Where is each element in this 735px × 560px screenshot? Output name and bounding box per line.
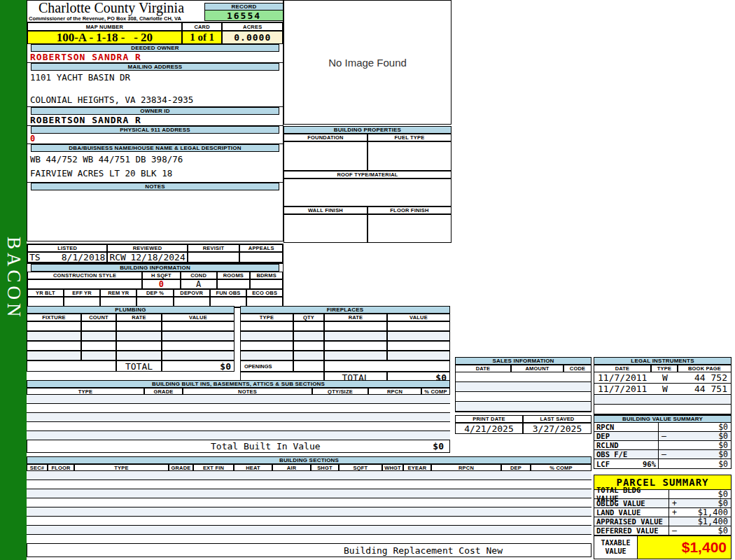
empty-cell: DEP xyxy=(594,432,659,440)
field: GRADE xyxy=(144,388,183,395)
empty-cell: $0 xyxy=(669,490,731,498)
empty-cell xyxy=(324,360,450,372)
roof-type-label: ROOF TYPE/MATERIAL xyxy=(284,171,451,178)
empty-cell xyxy=(293,321,324,331)
appeals-label: APPEALS xyxy=(239,244,283,252)
mailing-line2: COLONIAL HEIGHTS, VA 23834-2935 xyxy=(30,94,193,105)
field: CONSTRUCTION STYLE xyxy=(27,272,142,279)
field: VALUE xyxy=(162,314,234,321)
empty-cell xyxy=(293,360,324,372)
title-row: Charlotte County Virginia Commissioner o… xyxy=(27,1,283,22)
review-value-row: TS8/1/2018 RCW12/18/2024 xyxy=(27,252,283,262)
empty-cell xyxy=(455,382,592,392)
field: 12/18/2024 xyxy=(130,252,185,262)
empty-cell xyxy=(293,351,324,360)
reviewed-label: REVIEWED xyxy=(107,244,187,252)
last-saved-label: LAST SAVED xyxy=(523,415,592,423)
legal-description-block: WB 44/752 WB 44/751 DB 398/76 FAIRVIEW A… xyxy=(27,152,283,183)
taxable-value-amount: $1,400 xyxy=(638,536,731,559)
built-ins-title: BUILDING BUILT INS, BASEMENTS, ATTICS & … xyxy=(27,380,450,388)
field: + xyxy=(672,507,677,517)
foundation-fuel-header-row: FOUNDATION FUEL TYPE xyxy=(284,134,451,141)
legal-row: 11/7/2011 W 44 751 xyxy=(594,384,732,395)
empty-cell: –$0 xyxy=(659,450,731,458)
field: LAND VALUE xyxy=(594,508,669,517)
field: – xyxy=(662,431,666,441)
no-image-text: No Image Found xyxy=(328,57,407,69)
building-information-block: BUILDING INFORMATION CONSTRUCTION STYLE … xyxy=(27,263,284,308)
print-saved-block: PRINT DATE LAST SAVED 4/21/2025 3/27/202… xyxy=(455,415,592,434)
fireplaces-table: FIREPLACES TYPE QTY RATE VALUE OPENINGS … xyxy=(240,306,450,383)
field: RPCN xyxy=(431,464,501,471)
empty-cell: $0 xyxy=(659,441,731,449)
wall-floor-header-row: WALL FINISH FLOOR FINISH xyxy=(284,206,451,214)
empty-cell: –$0 xyxy=(669,526,731,535)
field: RCLND xyxy=(596,441,619,449)
field: VALUE xyxy=(387,314,450,321)
plumbing-total-value: $0 xyxy=(162,360,234,372)
legal-description-label: DBA/BUISNESS NAME/HOUSE NAME & LEGAL DES… xyxy=(31,144,279,152)
replacement-cost-label: Building Replacement Cost New xyxy=(27,545,503,556)
wall-finish-label: WALL FINISH xyxy=(284,206,368,214)
field: ECO OBS xyxy=(246,289,283,297)
print-date-label: PRINT DATE xyxy=(455,415,523,423)
empty-cell xyxy=(240,351,293,360)
empty-cell: OBS F/E xyxy=(594,450,659,458)
field: – xyxy=(662,449,666,459)
field: ROBERTSON SANDRA R xyxy=(30,115,141,125)
field: % COMP xyxy=(531,464,592,471)
field: AIR xyxy=(272,464,311,471)
map-value-row: 100-A - 1-18 - - 20 1 of 1 0.0000 xyxy=(27,31,283,44)
parcel-summary-row: DEFERRED VALUE –$0 xyxy=(594,526,731,536)
empty-cell xyxy=(324,351,387,360)
empty-cell xyxy=(162,321,234,331)
empty-cell: +$1,400 xyxy=(669,508,731,517)
building-sections-table: BUILDING SECTIONS SEC# FLOOR TYPE GRADE … xyxy=(27,456,592,557)
field: 44 752 xyxy=(678,372,727,383)
bdrms-value xyxy=(250,279,283,289)
building-properties-title: BUILDING PROPERTIES xyxy=(284,126,451,134)
field: TYPE xyxy=(651,365,678,372)
empty-cell xyxy=(27,526,592,535)
field: $0 xyxy=(718,526,728,536)
empty-cell xyxy=(387,331,450,341)
sidebar-label: BACON xyxy=(3,237,24,321)
empty-cell: $0 xyxy=(659,459,731,468)
field: ROOMS xyxy=(217,272,251,279)
empty-cell xyxy=(387,341,450,351)
field: YR BLT xyxy=(27,289,64,297)
building-info-header-row2: YR BLT EFF YR REM YR DEP % DEPOVR FUN OB… xyxy=(27,289,283,297)
review-header-row: LISTED REVIEWED REVISIT APPEALS xyxy=(27,244,283,252)
empty-cell xyxy=(455,372,592,382)
last-saved-value: 3/27/2025 xyxy=(523,423,592,434)
built-ins-total-row: Total Built In Value $0 xyxy=(27,440,450,452)
empty-cell xyxy=(27,431,450,440)
empty-cell xyxy=(240,341,450,351)
field: 0 xyxy=(30,134,35,144)
openings-label: OPENINGS xyxy=(240,360,293,372)
empty-cell xyxy=(387,321,450,331)
construction-style-value xyxy=(27,279,142,289)
taxable-value-row: TAXABLE VALUE $1,400 xyxy=(594,536,731,559)
field: $0 xyxy=(718,459,728,469)
field: OBLDG VALUE xyxy=(594,499,669,507)
empty-cell xyxy=(162,341,234,351)
field: RPCN xyxy=(596,423,614,431)
map-number-value: 100-A - 1-18 - - 20 xyxy=(27,31,182,44)
fireplaces-title: FIREPLACES xyxy=(240,306,450,314)
deeded-owner-value: ROBERTSON SANDRA R xyxy=(27,52,283,63)
empty-cell xyxy=(240,321,450,331)
empty-cell xyxy=(27,422,450,431)
field: H SQFT xyxy=(142,272,181,279)
empty-cell xyxy=(27,507,592,517)
built-ins-total-value: $0 xyxy=(433,441,449,451)
field: REM YR xyxy=(100,289,136,297)
field: DEP xyxy=(501,464,531,471)
plumbing-table: PLUMBING FIXTURE COUNT RATE VALUE TOTAL … xyxy=(27,306,234,372)
owner-id-label: OWNER ID xyxy=(31,107,279,115)
sales-information-table: SALES INFORMATION DATE AMOUNT CODE xyxy=(455,357,592,412)
empty-cell xyxy=(27,517,592,526)
fuel-type-label: FUEL TYPE xyxy=(368,134,451,141)
empty-cell xyxy=(27,404,450,413)
field: ROBERTSON SANDRA R xyxy=(30,52,141,62)
